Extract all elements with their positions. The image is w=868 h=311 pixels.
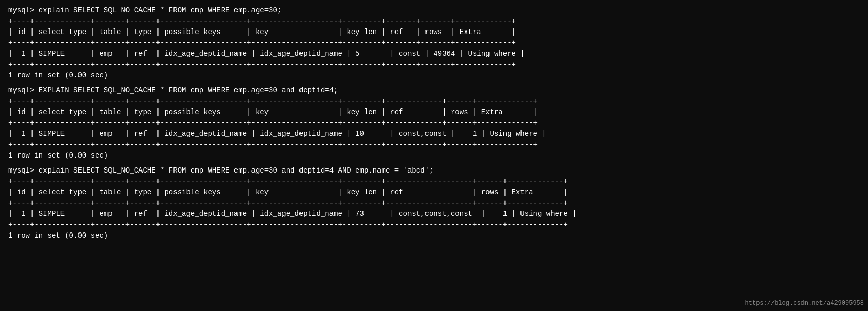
query-block-2: mysql> EXPLAIN SELECT SQL_NO_CACHE * FRO… [8,85,860,161]
data-row-1: | 1 | SIMPLE | emp | ref | idx_age_depti… [8,49,860,59]
header-3: | id | select_type | table | type | poss… [8,187,860,198]
watermark: https://blog.csdn.net/a429095958 [745,299,864,308]
result-2: 1 row in set (0.00 sec) [8,150,860,161]
command-2: mysql> EXPLAIN SELECT SQL_NO_CACHE * FRO… [8,85,860,96]
header-2: | id | select_type | table | type | poss… [8,107,860,118]
query-block-3: mysql> explain SELECT SQL_NO_CACHE * FRO… [8,165,860,241]
command-1: mysql> explain SELECT SQL_NO_CACHE * FRO… [8,5,860,16]
data-row-2: | 1 | SIMPLE | emp | ref | idx_age_depti… [8,129,860,139]
query-block-1: mysql> explain SELECT SQL_NO_CACHE * FRO… [8,5,860,81]
result-1: 1 row in set (0.00 sec) [8,70,860,81]
separator-3b: +----+-------------+-------+------+-----… [8,198,860,209]
header-1: | id | select_type | table | type | poss… [8,27,860,38]
command-3: mysql> explain SELECT SQL_NO_CACHE * FRO… [8,165,860,176]
separator-1c: +----+-------------+-------+------+-----… [8,59,860,70]
separator-2c: +----+-------------+-------+------+-----… [8,139,860,150]
separator-2b: +----+-------------+-------+------+-----… [8,118,860,129]
separator-1a: +----+-------------+-------+------+-----… [8,16,860,27]
separator-1b: +----+-------------+-------+------+-----… [8,38,860,49]
result-3: 1 row in set (0.00 sec) [8,230,860,241]
data-row-3: | 1 | SIMPLE | emp | ref | idx_age_depti… [8,209,860,220]
separator-2a: +----+-------------+-------+------+-----… [8,96,860,107]
separator-3a: +----+-------------+-------+------+-----… [8,176,860,187]
separator-3c: +----+-------------+-------+------+-----… [8,220,860,230]
